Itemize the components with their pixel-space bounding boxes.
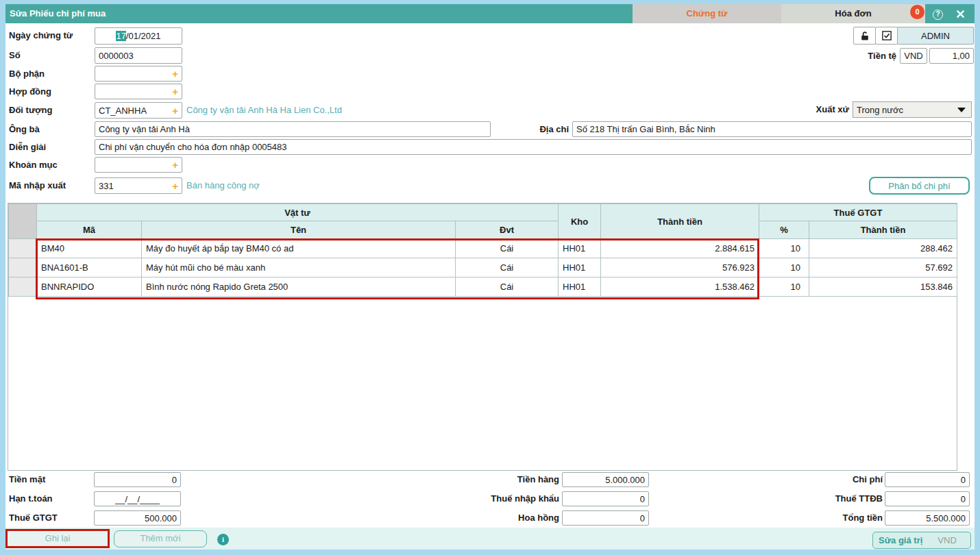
cell-thue[interactable]: 57.692 [809,258,957,278]
phan-bo-chi-phi-button[interactable]: Phân bổ chi phí [869,177,970,195]
label-ngay-chung-tu: Ngày chứng từ [9,27,73,44]
col-header-dvt: Đvt [456,221,559,239]
help-icon[interactable]: ? [933,10,943,20]
ong-ba-input[interactable]: Công ty vận tải Anh Hà [95,121,491,137]
cell-thue[interactable]: 153.846 [809,278,957,297]
khoan-muc-input[interactable]: + [95,157,182,173]
bo-phan-input[interactable]: + [95,66,182,82]
tien-mat-input[interactable]: 0 [94,472,181,487]
label-ong-ba: Ông bà [9,121,40,138]
hoa-hong-input[interactable]: 0 [562,510,649,526]
row-selector-header [9,204,37,239]
thue-gtgt-input[interactable]: 500.000 [94,510,181,526]
col-header-thanh-tien: Thành tiền [601,204,759,239]
label-tien-te: Tiền tệ [850,48,896,64]
unlock-icon [859,30,870,41]
check-button[interactable] [875,27,898,45]
cell-percent[interactable]: 10 [759,258,809,278]
dia-chi-input[interactable]: Số 218 Thị trấn Gai Bình, Bắc Ninh [572,121,972,137]
plus-icon[interactable]: + [172,66,178,81]
annotation-rows-highlight [36,238,759,299]
ma-nhap-xuat-helper: Bán hàng công nợ [186,177,260,194]
plus-icon[interactable]: + [172,158,178,172]
date-input[interactable]: 17/01/2021 [95,27,182,45]
thue-ttdb-input[interactable]: 0 [885,491,970,506]
sua-gia-tri-button[interactable]: Sửa giá trị VND [872,532,971,549]
label-tien-hang: Tiền hàng [411,471,559,488]
date-day-selected: 17 [116,31,125,41]
window-title: Sửa Phiếu chi phí mua [10,4,106,23]
dien-giai-input[interactable]: Chi phí vận chuyển cho hóa đơn nhập 0005… [95,139,972,155]
label-bo-phan: Bộ phận [9,66,45,82]
plus-icon[interactable]: + [172,103,178,118]
thue-nhap-khau-input[interactable]: 0 [562,491,649,506]
checkbox-icon [882,31,892,40]
row-selector[interactable] [9,258,37,278]
label-doi-tuong: Đối tượng [9,102,52,119]
col-header-ten: Tên [142,221,456,239]
doi-tuong-helper: Công ty vận tải Anh Hà Ha Lien Co.,Ltd [186,102,342,119]
label-khoan-muc: Khoản mục [9,157,58,173]
row-selector[interactable] [9,239,37,258]
currency-code-field[interactable]: VND [900,48,927,64]
doi-tuong-value: CT_ANHHA [99,106,147,116]
currency-rate-field[interactable]: 1,00 [929,48,974,64]
label-ma-nhap-xuat: Mã nhập xuất [9,177,66,194]
so-input[interactable]: 0000003 [95,47,182,64]
label-xuat-xu: Xuất xứ [788,101,849,118]
col-header-vat-tu: Vật tư [37,204,559,221]
han-ttoan-input[interactable]: __/__/____ [94,491,181,506]
tab-chung-tu[interactable]: Chứng từ [633,4,781,23]
hop-dong-input[interactable]: + [95,84,182,99]
chevron-down-icon [957,108,966,112]
label-hoa-hong: Hoa hồng [411,510,559,526]
cell-percent[interactable]: 10 [759,239,809,258]
col-header-thue-gtgt: Thuế GTGT [759,204,957,221]
ma-nhap-xuat-input[interactable]: 331 + [95,177,182,194]
label-thue-gtgt: Thuế GTGT [9,510,58,526]
cell-percent[interactable]: 10 [759,278,809,297]
ghi-lai-button[interactable]: Ghi lại [8,531,108,546]
label-thue-nhap-khau: Thuế nhập khẩu [411,491,559,507]
label-so: Số [9,47,21,64]
ma-nhap-xuat-value: 331 [99,181,114,191]
label-thue-ttdb: Thuế TTĐB [788,491,883,507]
row-selector[interactable] [9,278,37,297]
col-header-ma: Mã [37,221,142,239]
col-header-kho: Kho [559,204,601,239]
cell-thue[interactable]: 288.462 [809,239,957,258]
plus-icon[interactable]: + [172,178,178,193]
chi-phi-input[interactable]: 0 [885,472,970,487]
label-dien-giai: Diễn giải [9,139,46,156]
label-han-ttoan: Hạn t.toán [9,491,53,507]
label-tien-mat: Tiền mặt [9,471,45,488]
doi-tuong-input[interactable]: CT_ANHHA + [95,102,182,119]
notification-badge: 0 [910,5,924,19]
date-rest: /01/2021 [126,31,161,41]
xuat-xu-dropdown[interactable]: Trong nước [853,101,972,118]
label-chi-phi: Chi phí [788,471,883,488]
plus-icon[interactable]: + [172,84,178,99]
label-tong-tien: Tổng tiền [788,510,883,526]
close-icon[interactable] [957,10,964,18]
col-header-percent: % [759,221,809,239]
sua-gia-tri-currency: VND [938,535,956,545]
sua-gia-tri-label: Sửa giá trị [879,535,922,545]
lock-button[interactable] [853,27,876,45]
purchase-expense-voucher-window: Sửa Phiếu chi phí mua Chứng từ Hóa đơn 0… [0,0,980,555]
tab-hoa-don[interactable]: Hóa đơn [781,4,925,23]
them-moi-button[interactable]: Thêm mới [114,530,207,547]
tong-tien-input[interactable]: 5.500.000 [885,510,970,526]
col-header-thue-thanh-tien: Thành tiền [809,221,957,239]
info-icon[interactable]: i [217,534,229,545]
label-hop-dong: Hợp đồng [9,84,51,100]
tien-hang-input[interactable]: 5.000.000 [562,472,649,487]
xuat-xu-value: Trong nước [857,105,903,115]
label-dia-chi: Địa chỉ [521,121,569,138]
user-field: ADMIN [897,27,974,45]
